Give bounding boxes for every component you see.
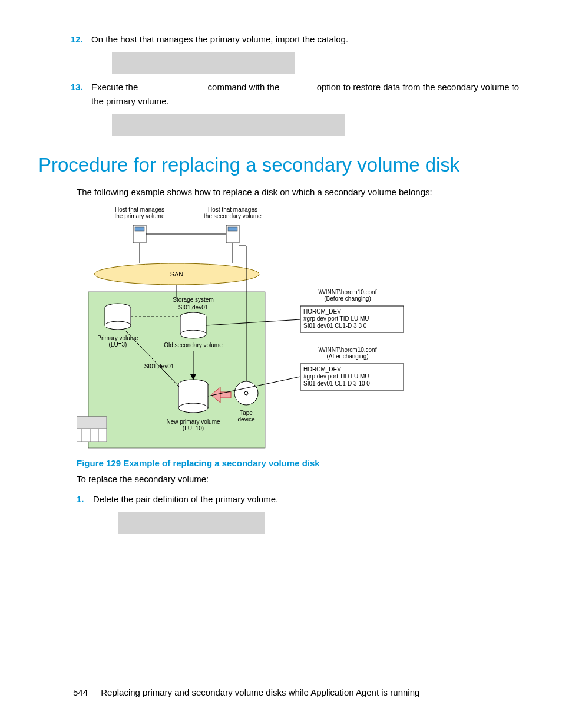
step-13: 13. Execute the command with the option … [71, 80, 527, 136]
storage-system-label: Storage system [173, 297, 213, 303]
svg-point-14 [105, 321, 131, 330]
step-12: 12. On the host that manages the primary… [71, 32, 527, 74]
svg-point-19 [180, 330, 206, 338]
figure-diagram: SAN Host that managesthe primary volume … [77, 205, 527, 454]
replace-substeps: 1. Delete the pair definition of the pri… [77, 492, 527, 506]
procedure-steps-top: 12. On the host that manages the primary… [71, 32, 527, 136]
svg-rect-6 [228, 227, 237, 231]
san-label: SAN [170, 271, 184, 278]
host-primary-icon [133, 225, 146, 263]
page-footer: 544 Replacing primary and secondary volu… [73, 687, 419, 697]
conf-before-row: SI01 dev01 CL1-D 3 3 0 [303, 322, 367, 329]
step-number: 1. [77, 492, 84, 506]
primary-volume-icon [105, 304, 131, 330]
step-text: Delete the pair definition of the primar… [93, 494, 278, 504]
conf-before-title: \WINNT\horcm10.conf(Before changing) [319, 289, 377, 302]
new-primary-icon [178, 380, 208, 413]
host-secondary-icon [226, 225, 239, 263]
si01-label-a: SI01,dev01 [178, 304, 209, 311]
conf-cols: #grp dev port TID LU MU [303, 315, 369, 322]
decorative-grid-icon [77, 417, 107, 442]
step-number: 12. [71, 32, 83, 46]
svg-point-25 [178, 403, 208, 413]
svg-rect-37 [77, 417, 107, 429]
step-text: Execute the command with the option to r… [91, 82, 519, 106]
tape-label: Tapedevice [238, 410, 255, 423]
code-placeholder [118, 512, 265, 534]
old-secondary-icon [180, 312, 206, 338]
conf-after-row: SI01 dev01 CL1-D 3 10 0 [303, 380, 370, 387]
code-placeholder [112, 52, 295, 74]
code-placeholder [112, 114, 345, 136]
page-number: 544 [73, 687, 88, 697]
figure-caption: Figure 129 Example of replacing a second… [77, 458, 527, 468]
document-page: 12. On the host that manages the primary… [0, 0, 562, 728]
network-diagram-svg: SAN Host that managesthe primary volume … [77, 205, 424, 452]
si01-label-b: SI01,dev01 [144, 363, 174, 370]
step-text: On the host that manages the primary vol… [91, 34, 348, 44]
conf-after-title: \WINNT\horcm10.conf(After changing) [319, 347, 377, 360]
svg-point-30 [244, 391, 248, 395]
svg-rect-3 [135, 227, 144, 231]
replace-intro: To replace the secondary volume: [77, 473, 527, 486]
footer-title: Replacing primary and secondary volume d… [101, 687, 419, 697]
conf-cols: #grp dev port TID LU MU [303, 373, 369, 380]
intro-paragraph: The following example shows how to repla… [77, 186, 527, 199]
section-heading: Procedure for replacing a secondary volu… [38, 154, 527, 176]
substep-1: 1. Delete the pair definition of the pri… [77, 492, 527, 506]
step-number: 13. [71, 80, 83, 94]
conf-header: HORCM_DEV [303, 366, 341, 373]
host-secondary-label: Host that managesthe secondary volume [204, 206, 262, 219]
old-secondary-label: Old secondary volume [164, 342, 223, 348]
host-primary-label: Host that managesthe primary volume [114, 206, 164, 219]
conf-header: HORCM_DEV [303, 308, 341, 315]
